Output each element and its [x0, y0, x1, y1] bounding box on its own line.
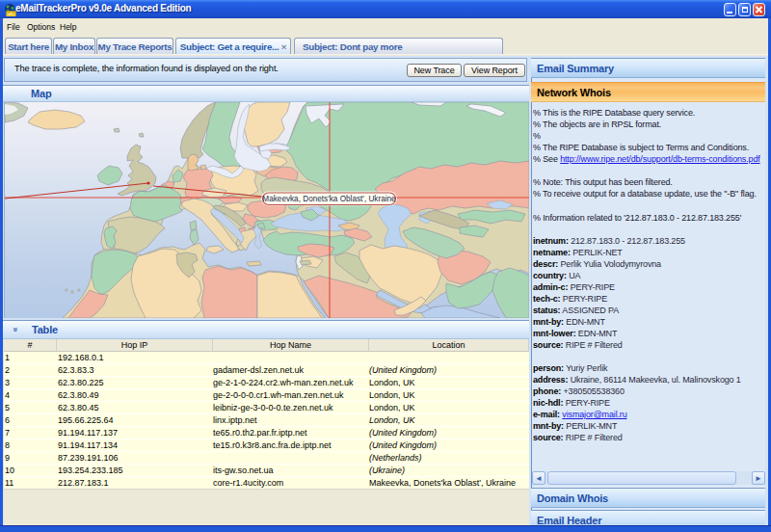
- svg-text:Makeevka, Donets'ka Oblast', U: Makeevka, Donets'ka Oblast', Ukraine: [262, 195, 396, 203]
